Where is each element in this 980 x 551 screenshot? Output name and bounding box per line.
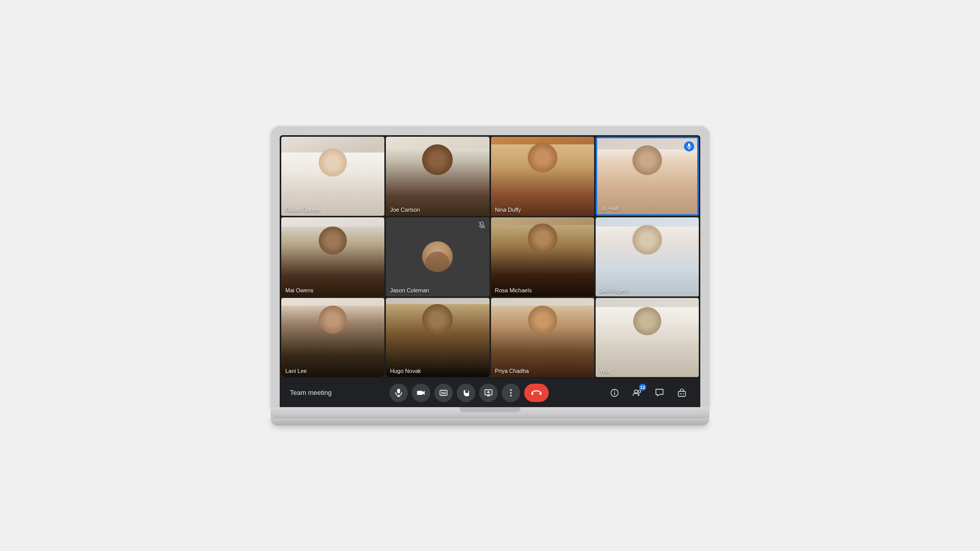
name-jad: Jad Rogers xyxy=(600,287,628,293)
name-jo: Jo Hall xyxy=(601,205,619,211)
name-gillian: Gillian Garner xyxy=(285,207,320,213)
video-grid: Gillian Garner Joe Carlson N xyxy=(280,135,700,379)
name-rosa: Rosa Michaels xyxy=(495,287,532,293)
laptop-wrapper: Gillian Garner Joe Carlson N xyxy=(271,126,709,425)
video-tile-jad: Jad Rogers xyxy=(596,217,699,296)
name-priya: Priya Chadha xyxy=(495,368,529,374)
people-count-badge: 12 xyxy=(639,384,646,391)
toolbar-controls xyxy=(389,384,549,402)
activities-button[interactable] xyxy=(674,385,690,401)
video-tile-gillian: Gillian Garner xyxy=(281,137,384,216)
video-tile-you: You xyxy=(596,298,699,377)
laptop-notch xyxy=(459,407,521,412)
name-jason: Jason Coleman xyxy=(390,287,429,293)
jason-avatar xyxy=(422,241,453,272)
mic-active-indicator xyxy=(684,141,694,152)
svg-rect-6 xyxy=(397,389,400,393)
svg-line-3 xyxy=(479,222,485,228)
video-tile-joe: Joe Carlson xyxy=(386,137,489,216)
name-mai: Mai Owens xyxy=(285,287,313,293)
mute-slash-icon xyxy=(478,221,485,229)
video-tile-hugo: Hugo Novak xyxy=(386,298,489,377)
meeting-info-button[interactable] xyxy=(606,385,623,401)
svg-rect-10 xyxy=(440,390,447,395)
video-tile-lani: Lani Lee xyxy=(281,298,384,377)
laptop-stand xyxy=(271,418,709,425)
video-tile-rosa: Rosa Michaels xyxy=(491,217,594,296)
video-tile-nina: Nina Duffy xyxy=(491,137,594,216)
camera-button[interactable] xyxy=(412,384,430,402)
laptop-base xyxy=(271,407,709,418)
svg-rect-9 xyxy=(417,391,423,395)
toolbar-secondary-controls: 12 xyxy=(606,385,690,401)
meeting-toolbar: Team meeting xyxy=(280,379,700,407)
svg-rect-0 xyxy=(688,143,690,147)
name-lani: Lani Lee xyxy=(285,368,307,374)
raise-hand-button[interactable] xyxy=(457,384,475,402)
name-joe: Joe Carlson xyxy=(390,207,420,213)
laptop-screen: Gillian Garner Joe Carlson N xyxy=(280,135,700,407)
video-tile-jo: Jo Hall xyxy=(596,137,699,216)
present-button[interactable] xyxy=(479,384,498,402)
name-you: You xyxy=(600,368,609,374)
microphone-button[interactable] xyxy=(389,384,408,402)
meeting-title-area: Team meeting xyxy=(290,389,332,396)
video-tile-jason: Jason Coleman xyxy=(386,217,489,296)
more-options-button[interactable] xyxy=(502,384,520,402)
svg-point-18 xyxy=(510,389,511,391)
laptop-bezel: Gillian Garner Joe Carlson N xyxy=(271,126,709,407)
svg-point-25 xyxy=(614,390,615,391)
name-hugo: Hugo Novak xyxy=(390,368,421,374)
name-nina: Nina Duffy xyxy=(495,207,521,213)
svg-point-19 xyxy=(510,392,511,393)
video-tile-mai: Mai Owens xyxy=(281,217,384,296)
captions-button[interactable] xyxy=(434,384,453,402)
chat-button[interactable] xyxy=(651,385,668,401)
end-call-button[interactable] xyxy=(524,384,549,402)
people-button[interactable]: 12 xyxy=(629,385,645,401)
video-tile-priya: Priya Chadha xyxy=(491,298,594,377)
meeting-title: Team meeting xyxy=(290,389,332,396)
svg-point-20 xyxy=(510,395,511,396)
